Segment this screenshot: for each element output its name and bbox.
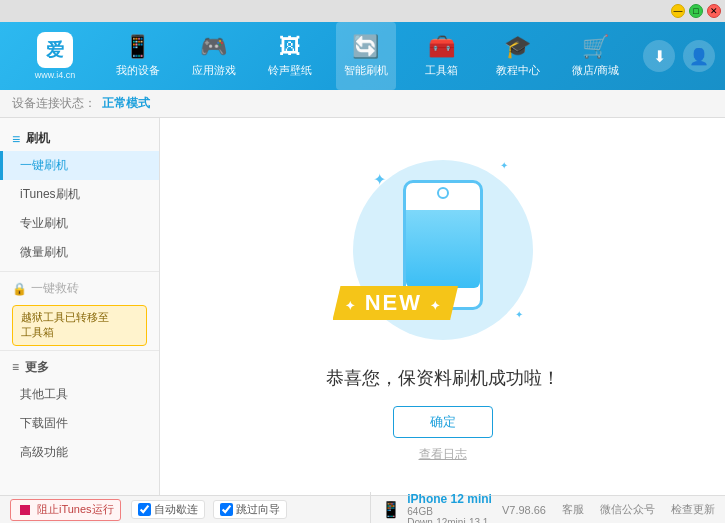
phone-screen bbox=[406, 210, 480, 288]
sidebar-item-fix-flash[interactable]: 微量刷机 bbox=[0, 238, 159, 267]
minimize-button[interactable]: — bbox=[671, 4, 685, 18]
auto-connect-checkbox[interactable] bbox=[138, 503, 151, 516]
device-storage: 64GB bbox=[407, 506, 492, 517]
sidebar-item-other-tools[interactable]: 其他工具 bbox=[0, 380, 159, 409]
sidebar-notice: 越狱工具已转移至 工具箱 bbox=[12, 305, 147, 346]
phone-speaker bbox=[437, 187, 449, 199]
sidebar-item-advanced[interactable]: 高级功能 bbox=[0, 438, 159, 467]
skip-wizard-checkbox[interactable] bbox=[220, 503, 233, 516]
device-name: iPhone 12 mini bbox=[407, 492, 492, 506]
sidebar-item-download-firmware[interactable]: 下载固件 bbox=[0, 409, 159, 438]
more-section-header: ≡ 更多 bbox=[0, 355, 159, 380]
sidebar-divider2 bbox=[0, 350, 159, 351]
success-illustration: ✦ ✦ ✦ ✦ NEW ✦ bbox=[343, 150, 543, 350]
titlebar: — □ ✕ bbox=[0, 0, 725, 22]
nav-smart-flash[interactable]: 🔄 智能刷机 bbox=[336, 22, 396, 90]
nav-bar: 📱 我的设备 🎮 应用游戏 🖼 铃声壁纸 🔄 智能刷机 🧰 工具箱 🎓 教程中心… bbox=[100, 22, 635, 90]
status-bar: 设备连接状态： 正常模式 bbox=[0, 90, 725, 118]
flash-icon: 🔄 bbox=[352, 34, 379, 60]
logo-icon: 爱 bbox=[37, 32, 73, 68]
device-model: Down-12mini-13,1 bbox=[407, 517, 492, 524]
flash-section-header: ≡ 刷机 bbox=[0, 126, 159, 151]
new-star-left: ✦ bbox=[345, 299, 357, 313]
sparkle-2: ✦ bbox=[500, 160, 508, 171]
nav-tutorial[interactable]: 🎓 教程中心 bbox=[488, 22, 548, 90]
main-content: ✦ ✦ ✦ ✦ NEW ✦ 恭喜您，保资料刷机成功啦！ 确定 查看日志 bbox=[160, 118, 725, 495]
header: 爱 www.i4.cn 📱 我的设备 🎮 应用游戏 🖼 铃声壁纸 🔄 智能刷机 … bbox=[0, 22, 725, 90]
checkbox-area: 自动歇连 跳过向导 bbox=[131, 500, 361, 519]
games-icon: 🎮 bbox=[200, 34, 227, 60]
new-banner: ✦ NEW ✦ bbox=[333, 286, 459, 320]
tutorial-icon: 🎓 bbox=[504, 34, 531, 60]
nav-ringtone-wallpaper[interactable]: 🖼 铃声壁纸 bbox=[260, 22, 320, 90]
version-text: V7.98.66 bbox=[502, 504, 546, 516]
header-right: ⬇ 👤 bbox=[643, 40, 715, 72]
flash-section-icon: ≡ bbox=[12, 131, 20, 147]
status-label: 设备连接状态： bbox=[12, 95, 96, 112]
auto-connect-checkbox-label[interactable]: 自动歇连 bbox=[131, 500, 205, 519]
success-text: 恭喜您，保资料刷机成功啦！ bbox=[326, 366, 560, 390]
sidebar-divider bbox=[0, 271, 159, 272]
sparkle-1: ✦ bbox=[373, 170, 386, 189]
show-log-link[interactable]: 查看日志 bbox=[419, 446, 467, 463]
close-button[interactable]: ✕ bbox=[707, 4, 721, 18]
nav-my-device[interactable]: 📱 我的设备 bbox=[108, 22, 168, 90]
device-info: 📱 iPhone 12 mini 64GB Down-12mini-13,1 bbox=[370, 492, 492, 524]
download-button[interactable]: ⬇ bbox=[643, 40, 675, 72]
nav-apps-games[interactable]: 🎮 应用游戏 bbox=[184, 22, 244, 90]
maximize-button[interactable]: □ bbox=[689, 4, 703, 18]
new-star-right: ✦ bbox=[430, 299, 442, 313]
more-icon: ≡ bbox=[12, 360, 19, 374]
itunes-icon: ⏹ bbox=[17, 501, 33, 519]
sidebar-item-pro-flash[interactable]: 专业刷机 bbox=[0, 209, 159, 238]
sidebar-item-itunes-flash[interactable]: iTunes刷机 bbox=[0, 180, 159, 209]
confirm-button[interactable]: 确定 bbox=[393, 406, 493, 438]
nav-weidian[interactable]: 🛒 微店/商城 bbox=[564, 22, 627, 90]
itunes-stop-label: 阻止iTunes运行 bbox=[37, 502, 114, 517]
wallpaper-icon: 🖼 bbox=[279, 34, 301, 60]
skip-wizard-checkbox-label[interactable]: 跳过向导 bbox=[213, 500, 287, 519]
device-icon: 📱 bbox=[381, 500, 401, 519]
device-details: iPhone 12 mini 64GB Down-12mini-13,1 bbox=[407, 492, 492, 524]
sidebar: ≡ 刷机 一键刷机 iTunes刷机 专业刷机 微量刷机 🔒 一键救砖 越狱工具… bbox=[0, 118, 160, 495]
toolbox-icon: 🧰 bbox=[428, 34, 455, 60]
sidebar-item-one-click-flash[interactable]: 一键刷机 bbox=[0, 151, 159, 180]
check-update-link[interactable]: 检查更新 bbox=[671, 502, 715, 517]
phone-icon: 📱 bbox=[124, 34, 151, 60]
nav-toolbox[interactable]: 🧰 工具箱 bbox=[412, 22, 472, 90]
itunes-stop-area: ⏹ 阻止iTunes运行 bbox=[10, 499, 121, 521]
logo-website: www.i4.cn bbox=[35, 70, 76, 80]
bottom-bar: ⏹ 阻止iTunes运行 自动歇连 跳过向导 📱 iPhone 12 mini … bbox=[0, 495, 725, 523]
status-value: 正常模式 bbox=[102, 95, 150, 112]
sparkle-3: ✦ bbox=[515, 309, 523, 320]
main-container: ≡ 刷机 一键刷机 iTunes刷机 专业刷机 微量刷机 🔒 一键救砖 越狱工具… bbox=[0, 118, 725, 495]
wechat-official-link[interactable]: 微信公众号 bbox=[600, 502, 655, 517]
logo-area: 爱 www.i4.cn bbox=[10, 32, 100, 80]
user-button[interactable]: 👤 bbox=[683, 40, 715, 72]
shop-icon: 🛒 bbox=[582, 34, 609, 60]
bottom-right: V7.98.66 客服 微信公众号 检查更新 bbox=[502, 502, 715, 517]
new-badge-text: NEW bbox=[365, 290, 422, 315]
customer-service-link[interactable]: 客服 bbox=[562, 502, 584, 517]
one-click-rescue-header: 🔒 一键救砖 bbox=[0, 276, 159, 301]
